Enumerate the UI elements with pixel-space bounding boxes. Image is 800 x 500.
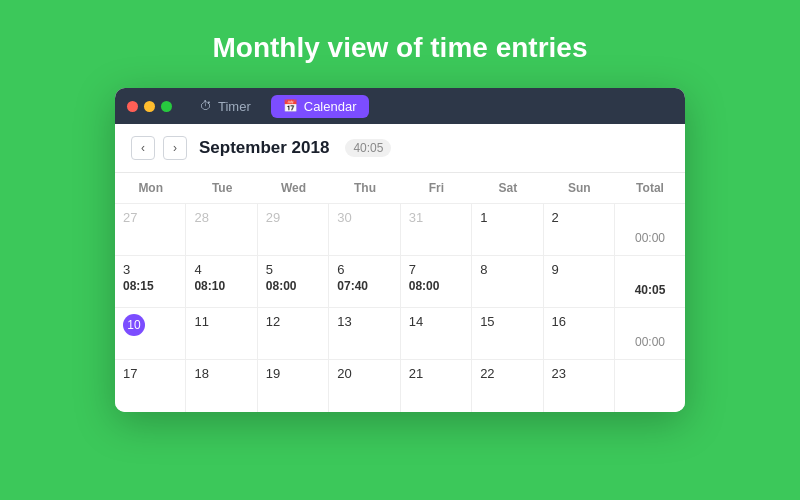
day-number: 20: [337, 366, 351, 381]
day-time: 08:00: [409, 279, 440, 293]
col-total: Total: [615, 173, 685, 204]
close-button[interactable]: [127, 101, 138, 112]
traffic-lights: [127, 101, 172, 112]
day-cell[interactable]: 6 07:40: [329, 256, 400, 308]
day-number: 17: [123, 366, 137, 381]
day-cell[interactable]: 28: [186, 204, 257, 256]
day-number: 6: [337, 262, 344, 277]
day-number: 11: [194, 314, 208, 329]
week-total: 00:00: [615, 204, 685, 256]
day-number: 2: [552, 210, 559, 225]
day-cell[interactable]: 30: [329, 204, 400, 256]
day-cell[interactable]: 23: [544, 360, 615, 412]
total-time: 00:00: [635, 335, 665, 353]
day-cell[interactable]: 1: [472, 204, 543, 256]
month-label: September 2018: [199, 138, 329, 158]
prev-month-button[interactable]: ‹: [131, 136, 155, 160]
next-month-button[interactable]: ›: [163, 136, 187, 160]
day-number: 22: [480, 366, 494, 381]
day-number: 29: [266, 210, 280, 225]
day-cell[interactable]: 15: [472, 308, 543, 360]
day-number: 28: [194, 210, 208, 225]
maximize-button[interactable]: [161, 101, 172, 112]
day-cell[interactable]: 18: [186, 360, 257, 412]
day-cell[interactable]: 3 08:15: [115, 256, 186, 308]
day-cell[interactable]: 10: [115, 308, 186, 360]
day-number: 9: [552, 262, 559, 277]
titlebar: ⏱ Timer 📅 Calendar: [115, 88, 685, 124]
calendar-icon: 📅: [283, 99, 298, 113]
app-window: ⏱ Timer 📅 Calendar ‹ › September 2018 40…: [115, 88, 685, 412]
week-total: [615, 360, 685, 412]
day-number: 19: [266, 366, 280, 381]
day-cell[interactable]: 7 08:00: [401, 256, 472, 308]
col-mon: Mon: [115, 173, 186, 204]
day-number: 31: [409, 210, 423, 225]
day-number: 7: [409, 262, 416, 277]
day-time: 08:00: [266, 279, 297, 293]
day-cell[interactable]: 14: [401, 308, 472, 360]
day-cell[interactable]: 19: [258, 360, 329, 412]
day-cell[interactable]: 27: [115, 204, 186, 256]
col-sun: Sun: [544, 173, 615, 204]
day-number: 14: [409, 314, 423, 329]
day-number: 10: [123, 314, 145, 336]
day-cell[interactable]: 29: [258, 204, 329, 256]
day-cell[interactable]: 22: [472, 360, 543, 412]
header-total: 40:05: [345, 139, 391, 157]
day-number: 15: [480, 314, 494, 329]
day-number: 3: [123, 262, 130, 277]
day-cell[interactable]: 17: [115, 360, 186, 412]
day-time: 07:40: [337, 279, 368, 293]
col-wed: Wed: [258, 173, 329, 204]
timer-icon: ⏱: [200, 99, 212, 113]
day-cell[interactable]: 11: [186, 308, 257, 360]
day-number: 16: [552, 314, 566, 329]
day-cell[interactable]: 21: [401, 360, 472, 412]
day-cell[interactable]: 13: [329, 308, 400, 360]
tab-timer-label: Timer: [218, 99, 251, 114]
day-number: 12: [266, 314, 280, 329]
day-cell[interactable]: 8: [472, 256, 543, 308]
tab-timer[interactable]: ⏱ Timer: [188, 95, 263, 118]
col-thu: Thu: [329, 173, 400, 204]
tab-calendar[interactable]: 📅 Calendar: [271, 95, 369, 118]
day-number: 8: [480, 262, 487, 277]
day-time: 08:10: [194, 279, 225, 293]
col-fri: Fri: [401, 173, 472, 204]
day-number: 1: [480, 210, 487, 225]
day-number: 23: [552, 366, 566, 381]
page-title: Monthly view of time entries: [213, 32, 588, 64]
minimize-button[interactable]: [144, 101, 155, 112]
day-number: 21: [409, 366, 423, 381]
day-number: 4: [194, 262, 201, 277]
calendar-grid: Mon Tue Wed Thu Fri Sat Sun Total 27 28 …: [115, 173, 685, 412]
week-total: 00:00: [615, 308, 685, 360]
day-cell[interactable]: 20: [329, 360, 400, 412]
calendar-header: ‹ › September 2018 40:05: [115, 124, 685, 173]
col-sat: Sat: [472, 173, 543, 204]
day-number: 13: [337, 314, 351, 329]
total-time: 00:00: [635, 231, 665, 249]
day-number: 27: [123, 210, 137, 225]
week-total: 40:05: [615, 256, 685, 308]
day-cell[interactable]: 2: [544, 204, 615, 256]
day-number: 5: [266, 262, 273, 277]
day-cell[interactable]: 31: [401, 204, 472, 256]
col-tue: Tue: [186, 173, 257, 204]
day-cell[interactable]: 16: [544, 308, 615, 360]
day-cell[interactable]: 4 08:10: [186, 256, 257, 308]
tab-calendar-label: Calendar: [304, 99, 357, 114]
day-cell[interactable]: 9: [544, 256, 615, 308]
day-number: 30: [337, 210, 351, 225]
day-cell[interactable]: 5 08:00: [258, 256, 329, 308]
total-time: 40:05: [635, 283, 666, 301]
day-cell[interactable]: 12: [258, 308, 329, 360]
day-time: 08:15: [123, 279, 154, 293]
day-number: 18: [194, 366, 208, 381]
